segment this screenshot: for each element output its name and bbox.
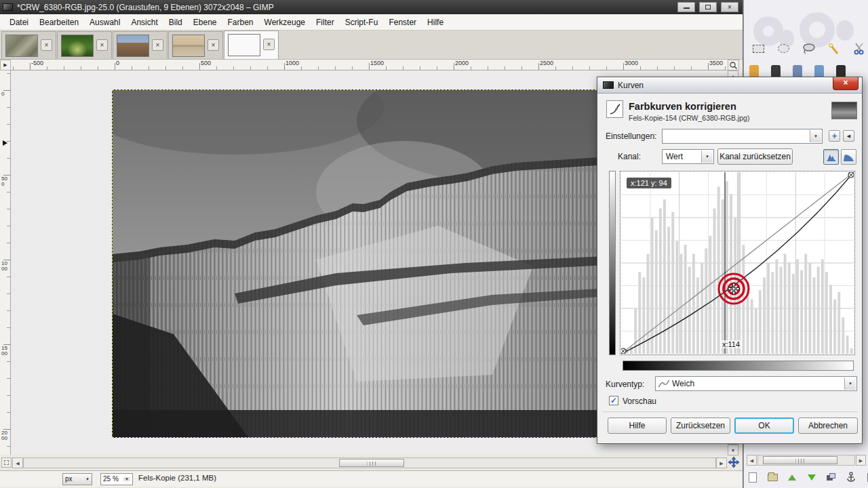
horizontal-ruler: -5000500100015002000250030003500 [11, 60, 728, 70]
hruler-label: 3000 [625, 60, 638, 66]
folder-icon [768, 474, 778, 481]
delete-layer-button[interactable] [865, 470, 868, 484]
curve-x-marker: x:114 [721, 340, 741, 348]
tool-rect-select[interactable] [749, 39, 768, 58]
tool-scissors-select[interactable] [850, 39, 868, 58]
lower-layer-button[interactable] [806, 470, 818, 484]
tab-close-button[interactable]: × [96, 39, 108, 51]
tool-row-partial [749, 65, 846, 77]
cancel-button[interactable]: Abbrechen [798, 418, 858, 434]
screen: *CRW_6380-RGB.jpg-25.0 (Graustufen, 9 Eb… [0, 0, 868, 488]
title-bar[interactable]: *CRW_6380-RGB.jpg-25.0 (Graustufen, 9 Eb… [0, 0, 743, 14]
hruler-label: 500 [201, 60, 211, 66]
dock-scroll-left[interactable]: ◀ [747, 455, 757, 466]
tab-close-button[interactable]: × [152, 39, 163, 51]
image-tab-beach[interactable]: × [168, 31, 223, 59]
zoom-select[interactable]: 25 % ▼ [100, 473, 133, 485]
histogram-log-toggle[interactable] [841, 149, 856, 165]
curve-type-combo[interactable]: Weich ▼ [655, 376, 857, 391]
channel-value: Wert [666, 152, 683, 161]
vruler-label: 1500 [1, 346, 7, 357]
dialog-title-bar[interactable]: Kurven [597, 77, 862, 94]
settings-combo[interactable]: ▼ [662, 129, 823, 144]
curve-type-value: Weich [672, 379, 694, 388]
menu-datei[interactable]: Datei [4, 16, 34, 29]
menu-bearbeiten[interactable]: Bearbeiten [34, 16, 84, 29]
tool-free-select[interactable] [800, 39, 818, 58]
tool-icon-partial[interactable] [749, 65, 759, 77]
unit-select[interactable]: px ▼ [62, 473, 92, 485]
vruler-label: 2000 [1, 430, 7, 441]
tool-ellipse-select[interactable] [774, 39, 793, 58]
tool-icon-partial[interactable] [793, 65, 802, 77]
tab-close-button[interactable]: × [263, 39, 275, 50]
hruler-label: 2000 [455, 60, 469, 66]
tab-thumbnail [117, 35, 149, 57]
wilber-logo [836, 20, 854, 41]
tonal-gradient-bar [623, 361, 854, 371]
image-tab-rock-bw[interactable]: × [224, 30, 279, 59]
menu-ebene[interactable]: Ebene [188, 16, 222, 29]
dock-scroll-right[interactable]: ▶ [856, 455, 866, 466]
duplicate-layer-button[interactable] [825, 470, 837, 484]
tool-icon-partial[interactable] [836, 65, 846, 77]
menu-hilfe[interactable]: Hilfe [422, 16, 449, 29]
menu-ansicht[interactable]: Ansicht [125, 16, 163, 29]
down-arrow-icon [808, 474, 816, 481]
menu-scriptfu[interactable]: Script-Fu [340, 16, 384, 29]
tab-close-button[interactable]: × [41, 39, 52, 51]
settings-label: Einstellungen: [606, 131, 656, 141]
paper-icon [749, 472, 757, 483]
channel-combo[interactable]: Wert ▼ [662, 149, 714, 164]
dock-scrollbar-thumb[interactable] [763, 456, 837, 464]
scroll-left-button[interactable]: ◀ [12, 458, 23, 468]
chevron-down-icon: ▼ [844, 378, 856, 390]
anchor-layer-button[interactable] [845, 470, 857, 484]
menu-auswahl[interactable]: Auswahl [84, 16, 125, 29]
minimize-button[interactable] [677, 2, 695, 12]
anchor-icon [846, 472, 856, 483]
ok-button[interactable]: OK [734, 418, 794, 434]
image-tab-forest[interactable]: × [57, 31, 112, 59]
scroll-down-button[interactable]: ▼ [728, 445, 738, 455]
dialog-close-button[interactable]: × [833, 77, 859, 90]
tool-icon-partial[interactable] [771, 65, 781, 77]
menu-fenster[interactable]: Fenster [383, 16, 422, 29]
duplicate-icon [827, 473, 836, 481]
close-button[interactable]: × [721, 2, 738, 12]
quick-mask-toggle[interactable] [1, 458, 12, 468]
navigation-pan-button[interactable] [728, 456, 740, 468]
menu-bild[interactable]: Bild [163, 16, 188, 29]
menu-werkzeuge[interactable]: Werkzeuge [259, 16, 311, 29]
layer-group-button[interactable] [766, 470, 778, 484]
settings-menu-button[interactable]: ◀ [843, 130, 854, 142]
hruler-label: 0 [116, 60, 119, 66]
zoom-ratio-button[interactable] [728, 60, 739, 70]
image-tab-stones[interactable]: × [1, 31, 56, 59]
tab-thumbnail [228, 34, 260, 56]
tool-fuzzy-select[interactable] [825, 39, 843, 58]
restore-button[interactable] [699, 2, 717, 12]
help-button[interactable]: Hilfe [608, 418, 667, 434]
add-settings-button[interactable]: + [829, 130, 840, 142]
tab-close-button[interactable]: × [208, 39, 219, 51]
new-layer-button[interactable] [747, 470, 759, 484]
histogram-linear-toggle[interactable] [823, 149, 839, 165]
curve-type-label: Kurventyp: [606, 380, 644, 389]
tool-icon-partial[interactable] [814, 65, 824, 77]
channel-reset-button[interactable]: Kanal zurücksetzen [717, 148, 793, 165]
curve-editor[interactable]: x:121 y: 94 x:114 [620, 171, 855, 355]
reset-button[interactable]: Zurücksetzen [671, 418, 730, 434]
raise-layer-button[interactable] [786, 470, 798, 484]
image-layer[interactable] [113, 90, 633, 437]
dock-scrollbar: ◀ ▶ [747, 455, 866, 466]
menu-filter[interactable]: Filter [311, 16, 340, 29]
layers-toolbar [747, 470, 868, 484]
menu-farben[interactable]: Farben [222, 16, 259, 29]
scroll-right-button[interactable]: ▶ [716, 458, 727, 468]
ruler-origin-button[interactable]: ▶ [0, 60, 11, 70]
horizontal-scrollbar-thumb[interactable] [339, 459, 404, 467]
image-tab-strip: ××××× [0, 30, 743, 60]
preview-checkbox[interactable]: ✓ [609, 396, 618, 405]
image-tab-mountain[interactable]: × [113, 31, 167, 59]
